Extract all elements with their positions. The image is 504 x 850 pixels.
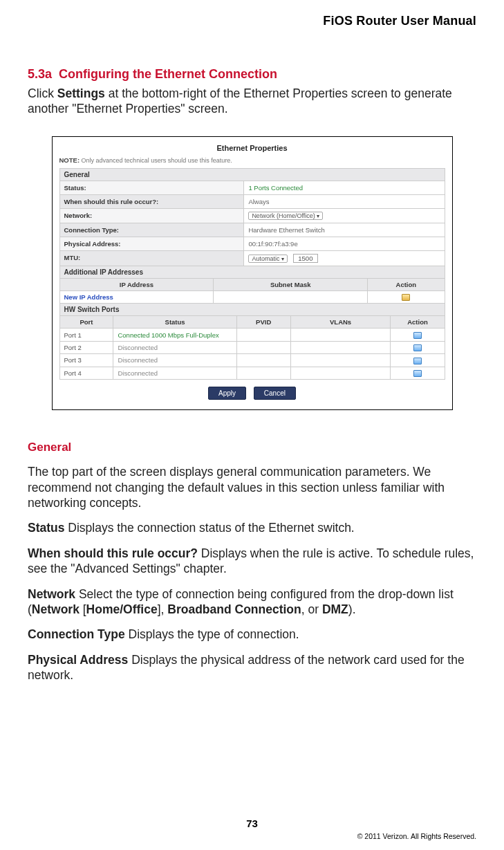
def-network-t2: [ (80, 602, 86, 616)
section-title: Configuring the Ethernet Connection (59, 67, 277, 81)
port-pvid-cell (236, 341, 290, 353)
port-pvid-cell (236, 354, 290, 367)
ip-address-table: IP Address Subnet Mask Action New IP Add… (59, 278, 445, 304)
ethernet-properties-panel: Ethernet Properties NOTE: Only advanced … (52, 136, 453, 410)
port-status-cell: Disconnected (113, 354, 236, 367)
def-status-term: Status (28, 521, 64, 535)
edit-icon[interactable] (413, 332, 422, 339)
general-intro: The top part of the screen displays gene… (28, 464, 476, 510)
port-vlans-cell (290, 354, 391, 367)
section-heading: 5.3a Configuring the Ethernet Connection (28, 67, 476, 82)
port-table-header-row: Port Status PVID VLANs Action (59, 316, 445, 329)
def-network-b4: DMZ (322, 602, 348, 616)
port-status-cell: Disconnected (113, 367, 236, 379)
table-row: Port 4Disconnected (59, 367, 445, 379)
port-vlans-cell (290, 341, 391, 353)
ip-header-subnet: Subnet Mask (214, 278, 368, 290)
apply-button[interactable]: Apply (208, 387, 246, 400)
port-header-status: Status (113, 316, 236, 329)
general-header: General (59, 168, 445, 181)
port-status-cell: Connected 1000 Mbps Full-Duplex (113, 329, 236, 341)
intro-bold: Settings (57, 86, 105, 100)
section-intro: Click Settings at the bottom-right of th… (28, 86, 476, 117)
row-mtu: MTU: Automatic 1500 (59, 251, 445, 266)
mtu-input[interactable]: 1500 (293, 254, 318, 263)
phys-value: 00:1f:90:7f:a3:9e (244, 237, 444, 250)
port-cell: Port 4 (59, 367, 113, 379)
def-network-t4: , or (301, 602, 322, 616)
def-network-b3: Broadband Connection (167, 602, 301, 616)
port-action-cell (391, 367, 445, 379)
hw-switch-ports-table: Port Status PVID VLANs Action Port 1Conn… (59, 315, 445, 380)
panel-buttons: Apply Cancel (59, 387, 445, 400)
new-ip-link[interactable]: New IP Address (59, 290, 214, 303)
table-row: Port 1Connected 1000 Mbps Full-Duplex (59, 329, 445, 341)
row-when: When should this rule occur?: Always (59, 195, 445, 209)
def-conn-type-text: Displays the type of connection. (125, 627, 299, 641)
def-when-term: When should this rule occur? (28, 546, 198, 560)
row-status: Status: 1 Ports Connected (59, 181, 445, 195)
copyright: © 2011 Verizon. All Rights Reserved. (357, 832, 476, 840)
def-network-b1: Network (32, 602, 80, 616)
edit-icon[interactable] (413, 344, 422, 351)
ip-table-new-row: New IP Address (59, 290, 445, 303)
intro-prefix: Click (28, 86, 57, 100)
port-status-cell: Disconnected (113, 341, 236, 353)
mtu-value-cell: Automatic 1500 (244, 251, 444, 266)
network-dropdown[interactable]: Network (Home/Office) (248, 212, 323, 220)
cancel-button[interactable]: Cancel (254, 387, 296, 400)
def-conn-type-term: Connection Type (28, 627, 125, 641)
def-network-t5: ). (348, 602, 356, 616)
mtu-label: MTU: (60, 251, 245, 266)
when-label: When should this rule occur?: (60, 195, 245, 208)
ip-table-header-row: IP Address Subnet Mask Action (59, 278, 445, 290)
table-row: Port 3Disconnected (59, 354, 445, 367)
def-phys-term: Physical Address (28, 653, 128, 667)
phys-label: Physical Address: (60, 237, 245, 250)
additional-ip-header: Additional IP Addresses (59, 266, 445, 278)
when-value: Always (244, 195, 444, 208)
port-action-cell (391, 354, 445, 367)
network-value-cell: Network (Home/Office) (244, 209, 444, 223)
def-network-t3: ], (158, 602, 168, 616)
ip-header-address: IP Address (59, 278, 214, 290)
def-status-text: Displays the connection status of the Et… (64, 521, 354, 535)
edit-icon[interactable] (413, 358, 422, 364)
port-cell: Port 3 (59, 354, 113, 367)
def-conn-type: Connection Type Displays the type of con… (28, 627, 476, 642)
port-vlans-cell (290, 367, 391, 379)
network-label: Network: (60, 209, 245, 223)
page-number: 73 (0, 817, 504, 829)
port-pvid-cell (236, 367, 290, 379)
hw-switch-header: HW Switch Ports (59, 304, 445, 315)
page: FiOS Router User Manual 5.3a Configuring… (0, 0, 504, 850)
def-network-b2: Home/Office (86, 602, 158, 616)
mtu-mode-dropdown[interactable]: Automatic (248, 255, 287, 263)
new-ip-subnet (214, 290, 368, 303)
embedded-screenshot: Ethernet Properties NOTE: Only advanced … (52, 136, 453, 410)
def-phys: Physical Address Displays the physical a… (28, 652, 476, 683)
row-conn-type: Connection Type: Hardware Ethernet Switc… (59, 223, 445, 237)
new-ip-action (368, 290, 445, 303)
edit-icon[interactable] (413, 370, 422, 377)
section-number: 5.3a (28, 67, 52, 81)
conn-type-value: Hardware Ethernet Switch (244, 223, 444, 237)
general-subheading: General (28, 441, 476, 454)
port-vlans-cell (290, 329, 391, 341)
status-value: 1 Ports Connected (244, 181, 444, 194)
panel-title: Ethernet Properties (59, 144, 445, 152)
status-label: Status: (60, 181, 245, 194)
port-header-pvid: PVID (236, 316, 290, 329)
port-action-cell (391, 329, 445, 341)
def-status: Status Displays the connection status of… (28, 520, 476, 535)
conn-type-label: Connection Type: (60, 223, 245, 237)
row-network: Network: Network (Home/Office) (59, 209, 445, 223)
port-header-vlans: VLANs (290, 316, 391, 329)
port-action-cell (391, 341, 445, 353)
port-cell: Port 1 (59, 329, 113, 341)
port-header-port: Port (59, 316, 113, 329)
add-icon[interactable] (402, 294, 410, 301)
port-pvid-cell (236, 329, 290, 341)
def-when: When should this rule occur? Displays wh… (28, 546, 476, 577)
ip-header-action: Action (368, 278, 445, 290)
